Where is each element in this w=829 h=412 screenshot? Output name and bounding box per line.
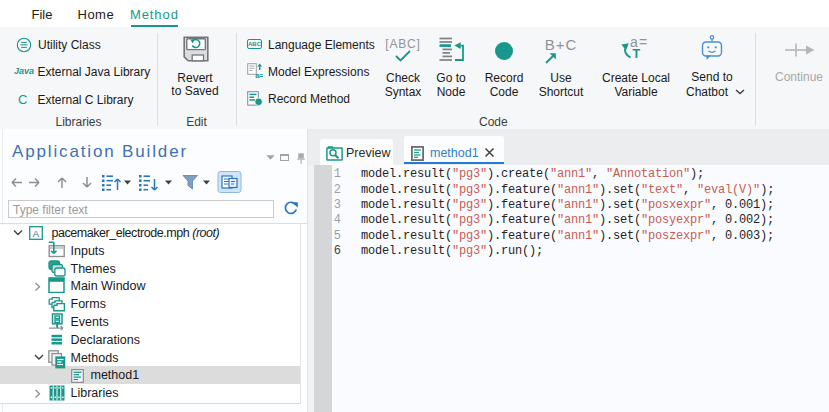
svg-text:ABC: ABC	[248, 41, 262, 47]
svg-text:A: A	[33, 227, 40, 238]
svg-text:T: T	[633, 47, 641, 61]
svg-text:a=: a=	[255, 71, 263, 78]
